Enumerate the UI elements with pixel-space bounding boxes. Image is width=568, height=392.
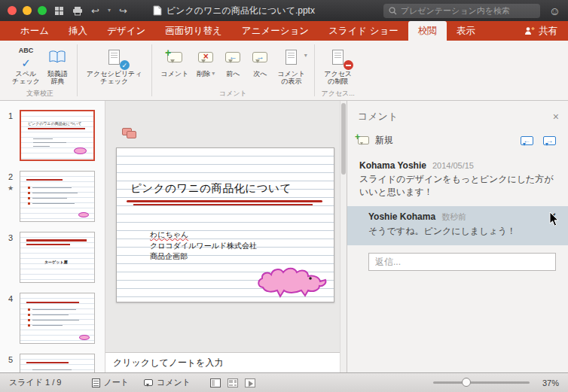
- tab-review[interactable]: 校閲: [408, 21, 447, 41]
- reply-box: [347, 245, 568, 277]
- spell-check-button[interactable]: ABC✓ スペル チェック: [8, 46, 44, 86]
- comment-author: Yoshie Kohama: [368, 211, 435, 222]
- thumbnail-preview[interactable]: ターゲット層: [20, 232, 95, 283]
- next-comment-button[interactable]: → 次へ: [246, 46, 273, 78]
- tab-transitions[interactable]: 画面切り替え: [155, 21, 232, 41]
- new-comment-button[interactable]: + コメント: [157, 46, 193, 78]
- slide-sorter-view-button[interactable]: [228, 378, 238, 387]
- comments-panel: コメント × + 新規 ← → Kohama Yoshie 2014/05/15…: [347, 101, 568, 372]
- thumbnail-item-1[interactable]: 1 ピンクのワニの商品化について: [5, 110, 100, 161]
- comment-text: そうですね。ピンクにしましょう！: [368, 225, 557, 238]
- ribbon-tab-bar: ホーム 挿入 デザイン 画面切り替え アニメーション スライド ショー 校閲 表…: [0, 21, 568, 41]
- comment-timestamp: 数秒前: [441, 211, 466, 223]
- thumbnail-preview[interactable]: [20, 354, 95, 372]
- notes-placeholder: クリックしてノートを入力: [113, 357, 224, 369]
- slide-title[interactable]: ピンクのワニの商品化について: [130, 181, 292, 196]
- normal-view-button[interactable]: [210, 378, 221, 387]
- show-comments-button[interactable]: ▾ コメント の表示: [273, 46, 309, 86]
- tab-insert[interactable]: 挿入: [59, 21, 97, 41]
- search-box[interactable]: [383, 4, 540, 18]
- zoom-slider[interactable]: [433, 381, 530, 384]
- slide-body-text[interactable]: わにちゃん クロコダイルワールド株式会社 商品企画部: [150, 229, 257, 263]
- notes-pane[interactable]: クリックしてノートを入力: [105, 352, 340, 372]
- thumbnail-item-3[interactable]: 3 ターゲット層: [5, 232, 100, 283]
- slide-number: 2★: [5, 171, 17, 222]
- minimize-window-button[interactable]: [23, 6, 32, 15]
- ribbon: ABC✓ スペル チェック 類義語 辞典 文章校正 ✓ アクセシビリティ チェッ…: [0, 41, 568, 101]
- panel-new-comment-button[interactable]: + 新規: [358, 134, 393, 147]
- document-icon: [153, 5, 162, 16]
- new-comment-label: 新規: [375, 134, 393, 147]
- next-comment-nav-icon[interactable]: →: [543, 136, 556, 145]
- tab-slideshow[interactable]: スライド ショー: [319, 21, 408, 41]
- slide-number: 3: [5, 232, 17, 283]
- share-label: 共有: [539, 21, 557, 41]
- delete-caret-icon[interactable]: ▾: [212, 71, 215, 77]
- ribbon-group-accessibility: ✓ アクセシビリティ チェック: [78, 41, 151, 100]
- feedback-smiley-icon[interactable]: ☺: [549, 5, 560, 17]
- thumbnail-preview[interactable]: [20, 293, 95, 344]
- document-title: ピンクのワニの商品化について.pptx: [153, 5, 315, 17]
- share-button[interactable]: 共有: [524, 21, 568, 41]
- tab-home[interactable]: ホーム: [11, 21, 59, 41]
- new-comment-icon: +: [165, 47, 185, 67]
- zoom-knob[interactable]: [462, 378, 471, 387]
- comments-toggle[interactable]: コメント: [144, 377, 191, 388]
- apps-grid-icon[interactable]: [54, 6, 64, 16]
- previous-comment-nav-icon[interactable]: ←: [521, 136, 533, 145]
- reply-input[interactable]: [368, 253, 556, 271]
- vertical-scrollbar[interactable]: [340, 101, 347, 372]
- notes-icon: [92, 378, 100, 387]
- powerpoint-window: ↩ ▾ ↪ ピンクのワニの商品化について.pptx ☺ ホーム 挿入 デザイン …: [0, 0, 568, 392]
- comments-panel-header: コメント ×: [347, 101, 568, 128]
- slide-canvas[interactable]: ピンクのワニの商品化について わにちゃん クロコダイルワールド株式会社 商品企画…: [105, 101, 340, 352]
- comment-timestamp: 2014/05/15: [432, 161, 474, 170]
- search-input[interactable]: [401, 6, 535, 15]
- fullscreen-window-button[interactable]: [38, 6, 47, 15]
- titlebar: ↩ ▾ ↪ ピンクのワニの商品化について.pptx ☺: [0, 0, 568, 21]
- delete-comment-button[interactable]: × 削除▾: [192, 46, 219, 78]
- tab-animations[interactable]: アニメーション: [232, 21, 319, 41]
- thumbnail-item-5[interactable]: 5: [5, 354, 100, 372]
- pink-crocodile-mini: [74, 147, 87, 154]
- delete-comment-icon: ×: [196, 47, 215, 67]
- thumbnail-preview[interactable]: [20, 171, 95, 222]
- pink-crocodile-illustration[interactable]: [255, 266, 328, 300]
- comments-toolbar: + 新規 ← →: [347, 128, 568, 156]
- comment-marker-icon[interactable]: [122, 128, 139, 140]
- thumbnail-item-2[interactable]: 2★: [5, 171, 100, 222]
- slideshow-button[interactable]: [245, 378, 255, 387]
- tab-view[interactable]: 表示: [447, 21, 485, 41]
- redo-icon[interactable]: ↪: [119, 6, 127, 16]
- comment-item[interactable]: Kohama Yoshie 2014/05/15 スライドのデザインをもっとピン…: [347, 156, 568, 206]
- comments-panel-title: コメント: [358, 110, 398, 123]
- search-icon: [389, 7, 397, 15]
- tab-design[interactable]: デザイン: [97, 21, 155, 41]
- comment-bubble-icon: [144, 379, 153, 386]
- undo-icon[interactable]: ↩: [91, 6, 99, 16]
- quick-access-toolbar: ↩ ▾ ↪: [54, 6, 127, 16]
- slide-number: 4: [5, 293, 17, 344]
- comment-navigation: ← →: [521, 136, 556, 145]
- thumbnail-preview[interactable]: ピンクのワニの商品化について: [20, 110, 95, 161]
- restrict-access-icon: [328, 47, 348, 67]
- close-window-button[interactable]: [8, 6, 17, 15]
- group-label-comments: コメント: [152, 89, 315, 99]
- previous-comment-button[interactable]: ← 前へ: [219, 46, 246, 78]
- slide-editor: ピンクのワニの商品化について わにちゃん クロコダイルワールド株式会社 商品企画…: [105, 101, 340, 372]
- title-underline: [127, 200, 322, 202]
- thumbnail-item-4[interactable]: 4: [5, 293, 100, 344]
- notes-toggle[interactable]: ノート: [92, 377, 130, 388]
- spell-check-icon: ABC✓: [16, 47, 35, 67]
- restrict-access-button[interactable]: アクセス の制限: [320, 46, 356, 86]
- scrollbar-thumb[interactable]: [341, 103, 346, 175]
- zoom-level[interactable]: 37%: [536, 378, 559, 387]
- comment-item-selected[interactable]: Yoshie Kohama 数秒前 × そうですね。ピンクにしましょう！: [347, 206, 568, 245]
- accessibility-check-button[interactable]: ✓ アクセシビリティ チェック: [83, 46, 146, 86]
- thesaurus-button[interactable]: 類義語 辞典: [44, 46, 72, 86]
- comments-panel-close-button[interactable]: ×: [553, 111, 559, 122]
- comment-author: Kohama Yoshie: [359, 160, 426, 171]
- undo-caret-icon[interactable]: ▾: [108, 8, 111, 14]
- slide[interactable]: ピンクのワニの商品化について わにちゃん クロコダイルワールド株式会社 商品企画…: [116, 147, 334, 302]
- print-icon[interactable]: [72, 6, 83, 16]
